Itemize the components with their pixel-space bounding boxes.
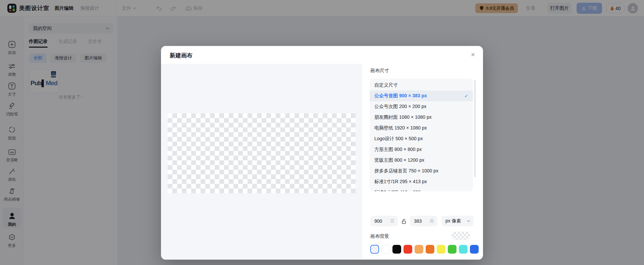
- list-scrollbar[interactable]: [474, 80, 476, 177]
- background-swatches: [370, 245, 479, 254]
- swatch-color[interactable]: [437, 245, 445, 254]
- height-suffix: 高: [430, 218, 434, 224]
- swatch-color[interactable]: [392, 245, 401, 254]
- close-icon[interactable]: ✕: [468, 50, 478, 59]
- size-option[interactable]: 标准1寸/1R 295 × 413 px: [370, 176, 473, 187]
- canvas-settings-pane: 画布尺寸 自定义尺寸 公众号首图 900 × 383 px✓ 公众号次图 200…: [362, 64, 483, 260]
- background-preview-swatch: [451, 232, 470, 240]
- size-option[interactable]: 标准2寸/2R 413 × 626 px: [370, 187, 473, 191]
- canvas-preview-pane: [161, 64, 362, 260]
- swatch-color[interactable]: [426, 245, 434, 254]
- size-option[interactable]: Logo设计 500 × 500 px: [370, 134, 473, 144]
- dialog-title: 新建画布: [170, 52, 193, 59]
- canvas-size-label: 画布尺寸: [370, 68, 389, 74]
- chevron-down-icon: [467, 220, 470, 222]
- size-option[interactable]: 竖版主图 800 × 1200 px: [370, 155, 473, 166]
- unit-value: px 像素: [445, 218, 461, 224]
- aspect-lock-button[interactable]: [398, 218, 410, 224]
- check-icon: ✓: [464, 93, 468, 99]
- swatch-color[interactable]: [404, 245, 412, 254]
- dimension-inputs: 900 宽 383 高 px 像素: [370, 216, 474, 226]
- swatch-color[interactable]: [415, 245, 423, 254]
- width-value: 900: [374, 218, 382, 224]
- width-suffix: 宽: [390, 218, 394, 224]
- size-option[interactable]: 朋友圈封面 1080 × 1080 px: [370, 112, 473, 123]
- swatch-transparent[interactable]: [370, 245, 379, 254]
- app-root: 美图设计室 图片编辑 海报设计 文件 保存 0.9元开通会员 分享 打开图片 下…: [0, 0, 644, 265]
- size-option-selected[interactable]: 公众号首图 900 × 383 px✓: [370, 91, 473, 101]
- swatch-color[interactable]: [459, 245, 468, 254]
- canvas-size-list: 自定义尺寸 公众号首图 900 × 383 px✓ 公众号次图 200 × 20…: [370, 78, 473, 191]
- size-option[interactable]: 电脑壁纸 1920 × 1080 px: [370, 123, 473, 134]
- transparent-canvas-preview: [168, 113, 356, 193]
- size-option[interactable]: 拼多多店铺首页 750 × 1000 px: [370, 166, 473, 176]
- unit-select[interactable]: px 像素: [441, 216, 474, 226]
- size-option[interactable]: 方形主图 800 × 800 px: [370, 144, 473, 155]
- size-option[interactable]: 公众号次图 200 × 200 px: [370, 101, 473, 112]
- height-value: 383: [414, 218, 422, 224]
- canvas-background-label: 画布背景: [370, 233, 389, 240]
- height-input[interactable]: 383 高: [410, 216, 437, 226]
- new-canvas-dialog: 新建画布 ✕ 画布尺寸 自定义尺寸 公众号首图 900 × 383 px✓ 公众…: [161, 46, 483, 260]
- swatch-color[interactable]: [448, 245, 457, 254]
- width-input[interactable]: 900 宽: [370, 216, 398, 226]
- swatch-color[interactable]: [381, 245, 390, 254]
- swatch-color[interactable]: [470, 245, 479, 254]
- lock-open-icon: [401, 218, 407, 224]
- size-option-custom[interactable]: 自定义尺寸: [370, 80, 473, 91]
